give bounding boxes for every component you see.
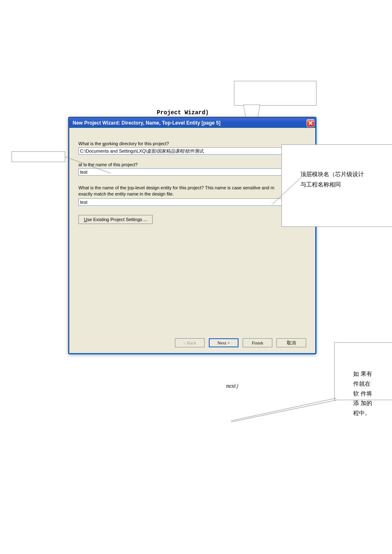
working-directory-input[interactable] — [78, 147, 294, 155]
annotation-bottom-text: 如 果有 件就在 软 件将 添 加的 程中。 — [353, 369, 372, 418]
next-button[interactable]: Next > — [209, 338, 239, 347]
titlebar-text: New Project Wizard: Directory, Name, Top… — [73, 120, 220, 126]
working-directory-label: What is the working directory for this p… — [78, 141, 306, 146]
navigation-buttons: < Back Next > Finish 取消 — [78, 334, 306, 347]
svg-line-4 — [231, 400, 336, 422]
annotation-box-top — [234, 81, 316, 106]
back-button: < Back — [175, 338, 205, 347]
close-button[interactable] — [307, 119, 314, 127]
next-italic-text: next） — [226, 382, 241, 390]
use-existing-settings-button[interactable]: Use Existing Project Settings ... — [78, 215, 153, 224]
new-project-wizard-dialog: New Project Wizard: Directory, Name, Top… — [68, 117, 316, 354]
svg-line-2 — [272, 177, 301, 204]
top-level-entity-input[interactable] — [78, 198, 294, 206]
svg-line-1 — [65, 157, 111, 173]
pointer-line-bottom — [231, 398, 338, 423]
titlebar: New Project Wizard: Directory, Name, Top… — [69, 118, 315, 128]
svg-line-3 — [231, 398, 336, 421]
pointer-line-left — [65, 157, 115, 177]
project-wizard-text: Project Wizard) — [157, 109, 209, 116]
close-icon — [308, 121, 313, 125]
document-canvas: Project Wizard) New Project Wizard: Dire… — [0, 0, 392, 554]
annotation-box-left — [12, 151, 65, 162]
working-directory-row: ... — [78, 147, 306, 155]
finish-button[interactable]: Finish — [243, 338, 272, 347]
annotation-right-text: 顶层模块名（芯片级设计 与工程名称相同 — [300, 169, 364, 190]
cancel-button[interactable]: 取消 — [276, 338, 306, 347]
